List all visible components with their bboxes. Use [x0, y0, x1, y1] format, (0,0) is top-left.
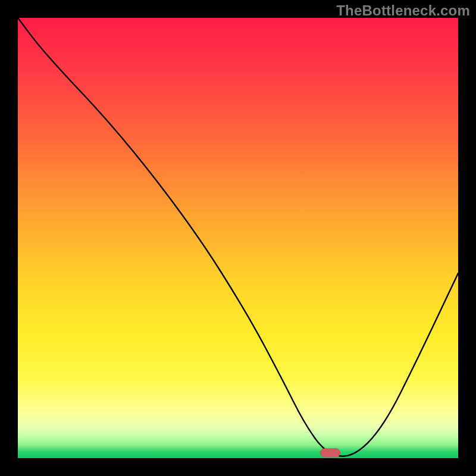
- bottleneck-curve: [18, 18, 458, 458]
- chart-frame: TheBottleneck.com: [0, 0, 476, 476]
- watermark-text: TheBottleneck.com: [336, 2, 470, 19]
- optimal-marker: [320, 449, 340, 458]
- plot-area: [18, 18, 458, 458]
